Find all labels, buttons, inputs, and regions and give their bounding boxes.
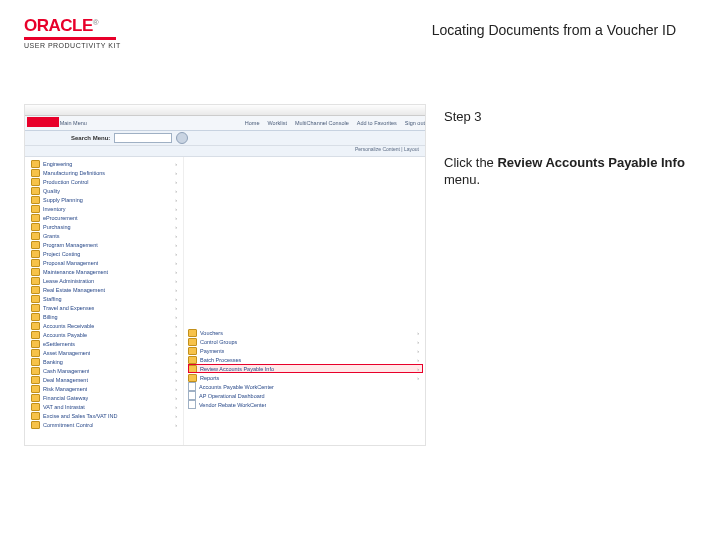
left-menu-item[interactable]: Lease Administration› xyxy=(31,276,181,285)
folder-icon xyxy=(31,340,40,348)
chevron-right-icon: › xyxy=(175,314,177,320)
left-menu-label: VAT and Intrastat xyxy=(43,404,85,410)
left-menu-item[interactable]: Staffing› xyxy=(31,294,181,303)
nav-signout[interactable]: Sign out xyxy=(405,120,425,126)
left-menu-item[interactable]: Proposal Management› xyxy=(31,258,181,267)
left-menu-item[interactable]: Engineering› xyxy=(31,159,181,168)
top-nav: Favorites Main Menu Home Worklist MultiC… xyxy=(25,116,425,131)
left-menu-item[interactable]: Project Costing› xyxy=(31,249,181,258)
folder-icon xyxy=(188,356,197,364)
left-menu-item[interactable]: Billing› xyxy=(31,312,181,321)
oracle-logo-icon xyxy=(27,117,59,127)
left-menu-item[interactable]: VAT and Intrastat› xyxy=(31,402,181,411)
sub-menu-item[interactable]: Accounts Payable WorkCenter xyxy=(188,382,423,391)
left-menu-item[interactable]: Travel and Expenses› xyxy=(31,303,181,312)
folder-icon xyxy=(31,421,40,429)
chevron-right-icon: › xyxy=(417,348,419,354)
chevron-right-icon: › xyxy=(417,366,419,372)
folder-icon xyxy=(188,329,197,337)
nav-mc-console[interactable]: MultiChannel Console xyxy=(295,120,349,126)
sub-menu-item[interactable]: Vendor Rebate WorkCenter xyxy=(188,400,423,409)
left-menu-item[interactable]: Commitment Control› xyxy=(31,420,181,429)
folder-icon xyxy=(31,367,40,375)
page-title: Locating Documents from a Voucher ID xyxy=(432,22,676,38)
left-menu-item[interactable]: Excise and Sales Tax/VAT IND› xyxy=(31,411,181,420)
document-icon xyxy=(188,400,196,409)
left-menu-item[interactable]: Asset Management› xyxy=(31,348,181,357)
chevron-right-icon: › xyxy=(175,350,177,356)
left-menu-item[interactable]: Financial Gateway› xyxy=(31,393,181,402)
folder-icon xyxy=(31,232,40,240)
nav-home[interactable]: Home xyxy=(245,120,260,126)
left-menu-label: Risk Management xyxy=(43,386,87,392)
brand-block: ORACLE® USER PRODUCTIVITY KIT xyxy=(24,16,121,49)
sub-menu-item[interactable]: Payments› xyxy=(188,346,423,355)
left-menu-item[interactable]: Program Management› xyxy=(31,240,181,249)
left-menu-item[interactable]: Inventory› xyxy=(31,204,181,213)
left-menu-item[interactable]: Maintenance Management› xyxy=(31,267,181,276)
left-menu-item[interactable]: Banking› xyxy=(31,357,181,366)
folder-icon xyxy=(31,412,40,420)
left-menu-label: Maintenance Management xyxy=(43,269,108,275)
folder-icon xyxy=(31,250,40,258)
sub-menu-label: Payments xyxy=(200,348,224,354)
folder-icon xyxy=(31,241,40,249)
sub-menu-item[interactable]: Batch Processes› xyxy=(188,355,423,364)
sub-menu-label: Vendor Rebate WorkCenter xyxy=(199,402,266,408)
left-menu-item[interactable]: Real Estate Management› xyxy=(31,285,181,294)
sub-menu-item[interactable]: AP Operational Dashboard xyxy=(188,391,423,400)
folder-icon xyxy=(31,277,40,285)
left-menu-item[interactable]: Deal Management› xyxy=(31,375,181,384)
nav-worklist[interactable]: Worklist xyxy=(267,120,286,126)
left-menu-label: Cash Management xyxy=(43,368,89,374)
chevron-right-icon: › xyxy=(175,395,177,401)
left-menu-label: Financial Gateway xyxy=(43,395,88,401)
brand-name-text: ORACLE xyxy=(24,16,93,35)
left-menu-item[interactable]: Production Control› xyxy=(31,177,181,186)
left-menu-item[interactable]: Cash Management› xyxy=(31,366,181,375)
folder-icon xyxy=(31,286,40,294)
search-go-icon[interactable] xyxy=(176,132,188,144)
chevron-right-icon: › xyxy=(175,404,177,410)
folder-icon xyxy=(31,178,40,186)
left-menu-item[interactable]: Risk Management› xyxy=(31,384,181,393)
chevron-right-icon: › xyxy=(175,179,177,185)
sub-menu-label: Vouchers xyxy=(200,330,223,336)
left-menu-label: Asset Management xyxy=(43,350,90,356)
personalize-link[interactable]: Personalize Content | Layout xyxy=(355,146,419,152)
sub-menu-item[interactable]: Vouchers› xyxy=(188,328,423,337)
left-menu-item[interactable]: eProcurement› xyxy=(31,213,181,222)
nav-main-menu[interactable]: Main Menu xyxy=(60,120,87,126)
sub-menu-item[interactable]: Reports› xyxy=(188,373,423,382)
folder-icon xyxy=(31,160,40,168)
left-menu-label: Accounts Receivable xyxy=(43,323,94,329)
left-menu-item[interactable]: Manufacturing Definitions› xyxy=(31,168,181,177)
sub-menu-label: Batch Processes xyxy=(200,357,241,363)
search-input[interactable] xyxy=(114,133,172,143)
peoplesoft-ui: Favorites Main Menu Home Worklist MultiC… xyxy=(25,105,425,445)
left-menu-item[interactable]: eSettlements› xyxy=(31,339,181,348)
left-menu-item[interactable]: Accounts Receivable› xyxy=(31,321,181,330)
chevron-right-icon: › xyxy=(175,323,177,329)
left-menu-label: Travel and Expenses xyxy=(43,305,94,311)
left-menu-item[interactable]: Grants› xyxy=(31,231,181,240)
left-menu-item[interactable]: Quality› xyxy=(31,186,181,195)
left-menu-item[interactable]: Accounts Payable› xyxy=(31,330,181,339)
chevron-right-icon: › xyxy=(175,287,177,293)
folder-icon xyxy=(188,365,197,373)
instruction-panel: Step 3 Click the Review Accounts Payable… xyxy=(444,108,694,189)
sub-menu: Vouchers›Control Groups›Payments›Batch P… xyxy=(184,157,425,446)
left-menu: Engineering›Manufacturing Definitions›Pr… xyxy=(25,157,184,446)
chevron-right-icon: › xyxy=(175,260,177,266)
left-menu-label: Lease Administration xyxy=(43,278,94,284)
left-menu-item[interactable]: Supply Planning› xyxy=(31,195,181,204)
chevron-right-icon: › xyxy=(175,305,177,311)
nav-add-favorites[interactable]: Add to Favorites xyxy=(357,120,397,126)
folder-icon xyxy=(188,338,197,346)
sub-menu-item-highlighted[interactable]: Review Accounts Payable Info› xyxy=(188,364,423,373)
folder-icon xyxy=(31,376,40,384)
sub-menu-label: Control Groups xyxy=(200,339,237,345)
chevron-right-icon: › xyxy=(175,197,177,203)
left-menu-item[interactable]: Purchasing› xyxy=(31,222,181,231)
sub-menu-item[interactable]: Control Groups› xyxy=(188,337,423,346)
